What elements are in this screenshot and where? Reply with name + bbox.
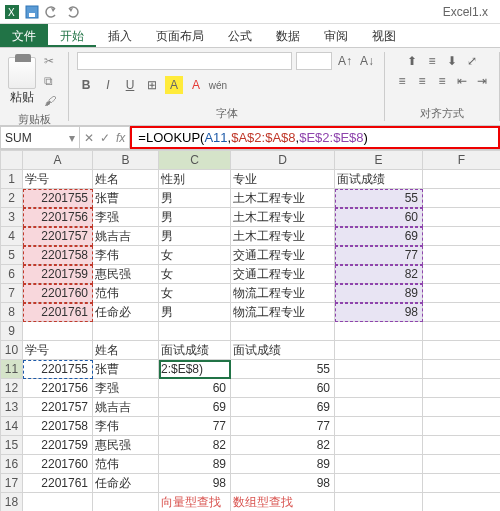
row-header[interactable]: 10 (1, 341, 23, 360)
cell[interactable]: 女 (159, 265, 231, 284)
cell[interactable]: 姚吉吉 (93, 398, 159, 417)
font-color-button[interactable]: A (187, 76, 205, 94)
cell[interactable]: 面试成绩 (335, 170, 423, 189)
cell[interactable]: 学号 (23, 341, 93, 360)
row-header[interactable]: 12 (1, 379, 23, 398)
cancel-formula-button[interactable]: ✕ (84, 131, 94, 145)
cell[interactable]: 2201758 (23, 417, 93, 436)
font-family-select[interactable] (77, 52, 292, 70)
cell[interactable] (335, 474, 423, 493)
cell[interactable]: 2201756 (23, 379, 93, 398)
cell[interactable]: 55 (335, 189, 423, 208)
cell[interactable]: 69 (335, 227, 423, 246)
cell[interactable] (423, 379, 501, 398)
row-header[interactable]: 7 (1, 284, 23, 303)
row-header[interactable]: 2 (1, 189, 23, 208)
cell[interactable]: 土木工程专业 (231, 189, 335, 208)
cell[interactable]: 面试成绩 (231, 341, 335, 360)
cell[interactable]: 60 (159, 379, 231, 398)
row-header[interactable]: 8 (1, 303, 23, 322)
row-header[interactable]: 11 (1, 360, 23, 379)
cell[interactable] (231, 322, 335, 341)
cell[interactable]: 98 (231, 474, 335, 493)
col-header-F[interactable]: F (423, 151, 501, 170)
cell[interactable] (335, 455, 423, 474)
confirm-formula-button[interactable]: ✓ (100, 131, 110, 145)
cell[interactable]: 60 (231, 379, 335, 398)
cell[interactable]: 李强 (93, 379, 159, 398)
orientation-icon[interactable]: ⤢ (463, 52, 481, 70)
cell[interactable]: 姚吉吉 (93, 227, 159, 246)
cell[interactable] (423, 341, 501, 360)
increase-font-icon[interactable]: A↑ (336, 52, 354, 70)
cell[interactable]: 77 (231, 417, 335, 436)
tab-file[interactable]: 文件 (0, 24, 48, 47)
italic-button[interactable]: I (99, 76, 117, 94)
cell[interactable] (423, 284, 501, 303)
cell[interactable]: 男 (159, 189, 231, 208)
row-header[interactable]: 9 (1, 322, 23, 341)
row-header[interactable]: 18 (1, 493, 23, 512)
cell[interactable]: 2201760 (23, 284, 93, 303)
tab-insert[interactable]: 插入 (96, 24, 144, 47)
cell[interactable]: 98 (159, 474, 231, 493)
copy-icon[interactable]: ⧉ (40, 72, 60, 90)
cell[interactable]: 2201756 (23, 208, 93, 227)
cell[interactable]: 55 (231, 360, 335, 379)
cell[interactable] (423, 493, 501, 512)
cell[interactable] (335, 436, 423, 455)
cell[interactable]: 交通工程专业 (231, 246, 335, 265)
cell[interactable] (423, 417, 501, 436)
row-header[interactable]: 14 (1, 417, 23, 436)
font-size-select[interactable] (296, 52, 332, 70)
cell[interactable]: 2201761 (23, 474, 93, 493)
align-bottom-icon[interactable]: ⬇ (443, 52, 461, 70)
cell[interactable] (335, 398, 423, 417)
name-box-dropdown-icon[interactable]: ▾ (69, 131, 75, 145)
cell[interactable]: 69 (231, 398, 335, 417)
indent-increase-icon[interactable]: ⇥ (473, 72, 491, 90)
indent-decrease-icon[interactable]: ⇤ (453, 72, 471, 90)
cell[interactable]: 2201757 (23, 398, 93, 417)
cell[interactable] (423, 170, 501, 189)
cell[interactable]: 物流工程专业 (231, 303, 335, 322)
cell[interactable] (335, 322, 423, 341)
name-box[interactable]: SUM ▾ (0, 126, 80, 149)
cell[interactable] (93, 322, 159, 341)
row-header[interactable]: 5 (1, 246, 23, 265)
col-header-E[interactable]: E (335, 151, 423, 170)
cut-icon[interactable]: ✂ (40, 52, 60, 70)
cell[interactable] (423, 208, 501, 227)
cell[interactable]: 土木工程专业 (231, 208, 335, 227)
cell[interactable] (159, 322, 231, 341)
cell[interactable] (335, 360, 423, 379)
cell[interactable]: 男 (159, 208, 231, 227)
phonetic-button[interactable]: wén (209, 76, 227, 94)
cell[interactable]: 60 (335, 208, 423, 227)
bold-button[interactable]: B (77, 76, 95, 94)
cell[interactable]: 82 (231, 436, 335, 455)
save-icon[interactable] (24, 4, 40, 20)
align-top-icon[interactable]: ⬆ (403, 52, 421, 70)
col-header-D[interactable]: D (231, 151, 335, 170)
cell[interactable]: 姓名 (93, 170, 159, 189)
cell[interactable]: 男 (159, 303, 231, 322)
decrease-font-icon[interactable]: A↓ (358, 52, 376, 70)
tab-home[interactable]: 开始 (48, 24, 96, 47)
cell[interactable] (423, 265, 501, 284)
cell[interactable] (423, 360, 501, 379)
cell[interactable] (23, 322, 93, 341)
cell[interactable]: 89 (159, 455, 231, 474)
cell[interactable]: 惠民强 (93, 436, 159, 455)
tab-layout[interactable]: 页面布局 (144, 24, 216, 47)
cell[interactable]: 2201760 (23, 455, 93, 474)
cell[interactable] (335, 341, 423, 360)
cell[interactable]: 张曹 (93, 360, 159, 379)
cell[interactable]: 2201755 (23, 360, 93, 379)
cell[interactable]: 范伟 (93, 284, 159, 303)
col-header-A[interactable]: A (23, 151, 93, 170)
cell[interactable]: 77 (335, 246, 423, 265)
spreadsheet-grid[interactable]: A B C D E F 1 学号 姓名 性别 专业 面试成绩 2 2201755… (0, 150, 500, 511)
cell[interactable] (423, 303, 501, 322)
cell[interactable]: 89 (231, 455, 335, 474)
